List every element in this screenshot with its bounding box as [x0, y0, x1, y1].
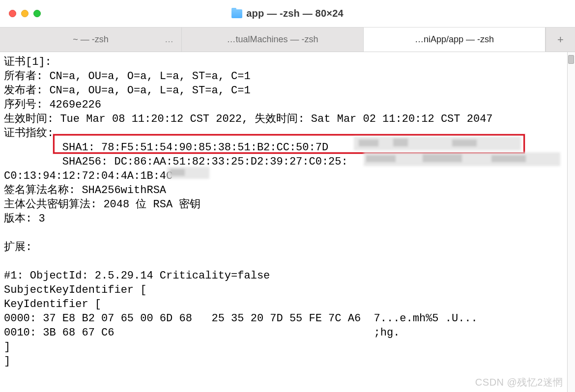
redacted-region	[167, 167, 209, 179]
scroll-marker-icon	[568, 55, 574, 64]
term-line: 证书指纹:	[4, 127, 54, 140]
term-line: 0000: 37 E8 B2 07 65 00 6D 68 25 35 20 7…	[4, 312, 478, 325]
term-line: SubjectKeyIdentifier [	[4, 284, 146, 296]
window-title-text: app — -zsh — 80×24	[246, 8, 344, 19]
traffic-lights	[9, 10, 41, 17]
term-line: 签名算法名称: SHA256withRSA	[4, 184, 166, 196]
term-line: 证书[1]:	[4, 56, 52, 68]
term-line: 发布者: CN=a, OU=a, O=a, L=a, ST=a, C=1	[4, 84, 251, 97]
minimize-icon[interactable]	[21, 10, 29, 17]
window-titlebar: app — -zsh — 80×24	[0, 0, 575, 28]
folder-icon	[231, 9, 242, 18]
plus-icon: +	[557, 33, 564, 46]
term-line-sha1: SHA1: 78:F5:51:54:90:85:38:51:B2:CC:50:7…	[4, 141, 328, 154]
tab-label: …tualMachines — -zsh	[227, 34, 318, 45]
terminal-scrollbar[interactable]	[567, 52, 575, 392]
term-line: #1: ObjectId: 2.5.29.14 Criticality=fals…	[4, 270, 270, 282]
term-line: 扩展:	[4, 241, 38, 253]
new-tab-button[interactable]: +	[546, 28, 575, 52]
term-line: 序列号: 4269e226	[4, 99, 101, 111]
close-icon[interactable]	[9, 10, 16, 17]
term-line: 生效时间: Tue Mar 08 11:20:12 CST 2022, 失效时间…	[4, 113, 493, 125]
tab-label: …niApp/app — -zsh	[415, 34, 494, 45]
tab-vm[interactable]: …tualMachines — -zsh	[182, 28, 364, 52]
redacted-region	[364, 152, 560, 166]
term-line: ]	[4, 341, 10, 353]
tab-app[interactable]: …niApp/app — -zsh	[364, 28, 546, 52]
redacted-region	[354, 137, 521, 150]
term-line: KeyIdentifier [	[4, 298, 101, 310]
tab-bar: ~ — -zsh … …tualMachines — -zsh …niApp/a…	[0, 28, 575, 52]
zoom-icon[interactable]	[33, 10, 41, 17]
tab-home[interactable]: ~ — -zsh …	[0, 28, 182, 52]
terminal-output[interactable]: 证书[1]: 所有者: CN=a, OU=a, O=a, L=a, ST=a, …	[0, 52, 575, 392]
tab-label: ~ — -zsh	[73, 34, 109, 45]
term-line: C0:13:94:12:72:04:4A:1B:4C	[4, 170, 172, 182]
term-line: 0010: 3B 68 67 C6 ;hg.	[4, 327, 400, 339]
term-line: 主体公共密钥算法: 2048 位 RSA 密钥	[4, 198, 201, 211]
tab-ellipsis-icon: …	[165, 34, 174, 45]
window-title: app — -zsh — 80×24	[0, 8, 575, 19]
term-line: 所有者: CN=a, OU=a, O=a, L=a, ST=a, C=1	[4, 70, 251, 83]
term-line-sha256: SHA256: DC:86:AA:51:82:33:25:D2:39:27:C0…	[4, 156, 348, 168]
term-line: 版本: 3	[4, 213, 45, 225]
terminal-area: 证书[1]: 所有者: CN=a, OU=a, O=a, L=a, ST=a, …	[0, 52, 575, 392]
term-line: ]	[4, 355, 10, 367]
